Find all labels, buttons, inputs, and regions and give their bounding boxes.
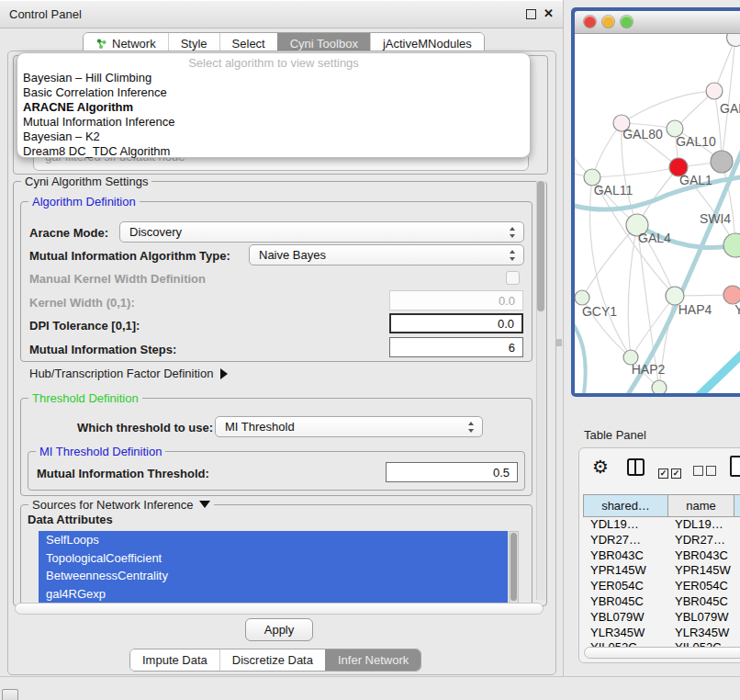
mi-type-value: Naive Bayes — [259, 248, 326, 262]
attributes-scrollbar[interactable] — [509, 531, 519, 604]
apply-button[interactable]: Apply — [245, 618, 313, 641]
column-header-A[interactable]: A — [734, 494, 740, 517]
which-threshold-combobox[interactable]: MI Threshold — [215, 416, 483, 437]
algorithm-option[interactable]: Dream8 DC_TDC Algorithm — [17, 144, 530, 159]
settings-horizontal-scrollbar[interactable] — [15, 603, 544, 615]
network-edge[interactable] — [575, 317, 586, 393]
tab-label: Cyni Toolbox — [290, 37, 358, 51]
tab-discretize-data[interactable]: Discretize Data — [219, 649, 325, 671]
table-cell: YDR27… — [590, 533, 641, 548]
table-horizontal-scrollbar[interactable] — [584, 647, 740, 659]
tab-label: Select — [232, 37, 265, 51]
table-panel-title: Table Panel — [584, 428, 646, 442]
hub-definition-expander[interactable]: Hub/Transcription Factor Definition — [29, 367, 228, 380]
mi-steps-value: 6 — [509, 341, 515, 355]
deselect-all-columns-icon[interactable] — [693, 463, 719, 480]
control-panel-title: Control Panel — [9, 7, 82, 21]
dpi-tolerance-label: DPI Tolerance [0,1]: — [29, 319, 140, 333]
network-node[interactable] — [727, 34, 740, 47]
data-attribute-item[interactable]: BetweennessCentrality — [39, 567, 508, 585]
network-window-titlebar[interactable] — [575, 11, 740, 34]
table-row[interactable]: YPR145WYPR145W9. — [583, 563, 740, 579]
network-edge[interactable] — [622, 91, 714, 123]
table-row[interactable]: YER054CYER054C8. — [583, 579, 740, 594]
zoom-traffic-light[interactable] — [621, 16, 633, 28]
column-header-name[interactable]: name — [668, 494, 734, 517]
combobox-stepper-icon — [510, 226, 516, 239]
settings-scrollbar-thumb[interactable] — [537, 181, 544, 311]
gear-icon[interactable]: ⚙ — [592, 456, 609, 478]
data-attribute-item[interactable]: TopologicalCoefficient — [39, 549, 508, 568]
algorithm-option[interactable]: Mutual Information Inference — [17, 115, 530, 130]
network-node[interactable] — [711, 151, 733, 173]
split-pane-handle[interactable] — [556, 339, 562, 346]
tab-impute-data[interactable]: Impute Data — [130, 649, 219, 671]
attributes-scrollbar-thumb[interactable] — [510, 533, 517, 601]
table-row[interactable]: YDL19…YDL19…13 — [583, 517, 740, 533]
network-selector-combobox[interactable]: gal-filtered sif default node — [33, 157, 529, 171]
network-edge[interactable] — [628, 225, 637, 357]
network-node-GAL[interactable] — [706, 83, 723, 99]
node-label-GAL10: GAL10 — [676, 134, 716, 149]
network-canvas[interactable]: GALGAL80GAL10GAL1GAL11GAL4SWI4GCY1HAP4YH… — [575, 34, 740, 393]
kernel-width-label: Kernel Width (0,1): — [29, 296, 135, 310]
kernel-width-field[interactable]: 0.0 — [389, 290, 523, 310]
node-label-GAL: GAL — [720, 101, 740, 116]
float-window-icon[interactable] — [526, 9, 536, 19]
columns-icon[interactable] — [627, 458, 645, 476]
settings-scrollbar[interactable] — [536, 181, 545, 600]
network-node[interactable] — [652, 380, 667, 393]
which-threshold-label: Which threshold to use: — [77, 421, 213, 435]
minimized-panel-icon[interactable] — [2, 689, 18, 700]
network-icon — [95, 38, 107, 50]
network-edge[interactable] — [592, 167, 678, 177]
algorithm-option[interactable]: Bayesian – Hill Climbing — [17, 71, 530, 85]
node-label-GAL1: GAL1 — [679, 173, 712, 187]
expand-right-icon[interactable] — [220, 368, 228, 379]
algorithm-option[interactable]: Bayesian – K2 — [17, 130, 530, 144]
algorithm-option[interactable]: ARACNE Algorithm — [17, 100, 530, 115]
table-row[interactable]: YBR043CYBR043C — [583, 548, 740, 564]
table-row[interactable]: YBL079WYBL079W — [583, 610, 740, 626]
close-icon[interactable]: ✕ — [544, 6, 554, 20]
tab-infer-network[interactable]: Infer Network — [325, 649, 420, 671]
node-label-GAL80: GAL80 — [622, 127, 663, 141]
tab-label: Impute Data — [142, 653, 207, 667]
mi-threshold-definition-legend: MI Threshold Definition — [36, 445, 165, 458]
table-cell: YPR145W — [590, 563, 646, 579]
column-header-shared[interactable]: shared… — [583, 494, 668, 517]
table-cell: YBR045C — [675, 594, 728, 610]
manual-kernel-checkbox[interactable] — [506, 271, 520, 285]
table-row[interactable]: YLR345WYLR345W9. — [583, 626, 740, 641]
mi-threshold-field[interactable]: 0.5 — [386, 462, 518, 482]
network-node-Y[interactable] — [723, 286, 740, 304]
algorithm-definition-legend: Algorithm Definition — [28, 195, 140, 209]
network-node-GCY1[interactable] — [575, 290, 589, 305]
select-all-columns-icon[interactable]: ✓✓ — [658, 463, 684, 480]
aracne-mode-combobox[interactable]: Discovery — [119, 221, 524, 243]
table-row[interactable]: YDR27…YDR27…12 — [583, 533, 740, 548]
table-row[interactable]: YBR045CYBR045C9. — [583, 594, 740, 610]
data-attribute-item[interactable]: gal4RGexp — [39, 585, 508, 604]
network-edge[interactable] — [592, 123, 622, 177]
minimize-traffic-light[interactable] — [602, 16, 614, 28]
table-header-row: shared…nameA — [583, 494, 740, 517]
threshold-definition-legend: Threshold Definition — [28, 391, 142, 405]
data-attributes-list[interactable]: SelfLoopsTopologicalCoefficientBetweenne… — [39, 531, 508, 604]
sources-title: Sources for Network Inference — [32, 498, 194, 512]
table-panel-window: ⚙ ✓✓ shared…nameA YDL19…YDL19…13YDR27…YD… — [578, 447, 740, 663]
data-attribute-item[interactable]: SelfLoops — [39, 531, 508, 549]
hub-definition-label: Hub/Transcription Factor Definition — [29, 367, 213, 380]
mi-type-combobox[interactable]: Naive Bayes — [249, 244, 524, 265]
new-table-icon[interactable] — [730, 456, 740, 477]
collapse-down-icon[interactable] — [199, 501, 210, 508]
table-cell: YBR043C — [675, 548, 728, 564]
table-row[interactable]: YIL052CYIL052C9 — [583, 640, 740, 647]
mi-steps-field[interactable]: 6 — [389, 337, 523, 357]
close-traffic-light[interactable] — [584, 16, 596, 28]
dpi-tolerance-field[interactable]: 0.0 — [389, 313, 523, 333]
network-edge[interactable] — [590, 177, 631, 357]
network-node-SWI4[interactable] — [723, 233, 740, 257]
algorithm-option[interactable]: Basic Correlation Inference — [17, 85, 530, 100]
network-edge[interactable] — [698, 347, 740, 393]
